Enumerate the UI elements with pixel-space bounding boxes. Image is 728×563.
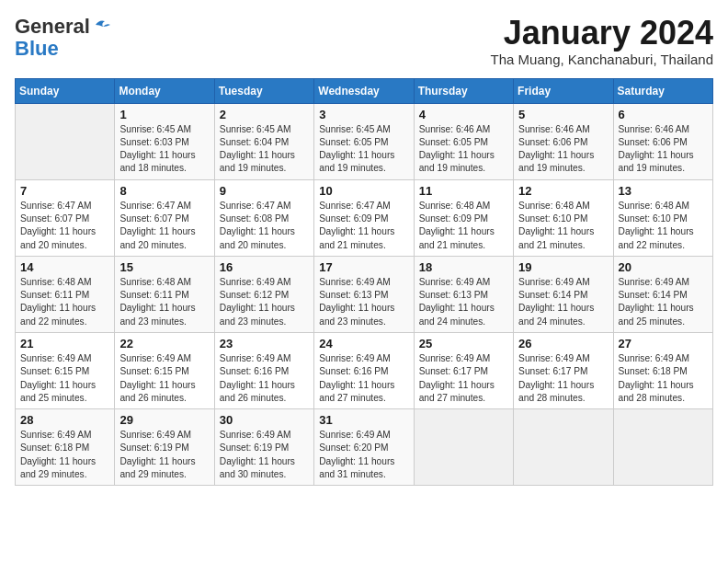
day-info: Sunrise: 6:49 AM Sunset: 6:16 PM Dayligh… bbox=[319, 352, 408, 405]
calendar-cell: 18Sunrise: 6:49 AM Sunset: 6:13 PM Dayli… bbox=[414, 256, 513, 332]
calendar-cell: 25Sunrise: 6:49 AM Sunset: 6:17 PM Dayli… bbox=[414, 332, 513, 408]
col-header-tuesday: Tuesday bbox=[214, 78, 313, 103]
calendar-cell: 23Sunrise: 6:49 AM Sunset: 6:16 PM Dayli… bbox=[214, 332, 313, 408]
calendar-cell: 3Sunrise: 6:45 AM Sunset: 6:05 PM Daylig… bbox=[314, 103, 414, 179]
calendar-cell: 27Sunrise: 6:49 AM Sunset: 6:18 PM Dayli… bbox=[613, 332, 712, 408]
day-info: Sunrise: 6:45 AM Sunset: 6:05 PM Dayligh… bbox=[319, 123, 408, 176]
week-row-3: 14Sunrise: 6:48 AM Sunset: 6:11 PM Dayli… bbox=[16, 256, 713, 332]
day-number: 15 bbox=[119, 260, 209, 274]
calendar-cell: 19Sunrise: 6:49 AM Sunset: 6:14 PM Dayli… bbox=[514, 256, 613, 332]
day-number: 6 bbox=[619, 108, 708, 121]
calendar-cell: 10Sunrise: 6:47 AM Sunset: 6:09 PM Dayli… bbox=[314, 179, 414, 256]
day-info: Sunrise: 6:48 AM Sunset: 6:09 PM Dayligh… bbox=[419, 200, 508, 252]
day-number: 4 bbox=[419, 108, 508, 121]
calendar-cell: 7Sunrise: 6:47 AM Sunset: 6:07 PM Daylig… bbox=[16, 179, 115, 256]
day-info: Sunrise: 6:47 AM Sunset: 6:07 PM Dayligh… bbox=[20, 200, 109, 252]
day-number: 18 bbox=[419, 260, 508, 274]
calendar-cell: 22Sunrise: 6:49 AM Sunset: 6:15 PM Dayli… bbox=[115, 332, 214, 408]
page-header: General Blue January 2024 Tha Muang, Kan… bbox=[15, 15, 713, 67]
day-info: Sunrise: 6:49 AM Sunset: 6:15 PM Dayligh… bbox=[119, 352, 209, 405]
calendar-cell: 20Sunrise: 6:49 AM Sunset: 6:14 PM Dayli… bbox=[613, 256, 712, 332]
calendar-cell: 9Sunrise: 6:47 AM Sunset: 6:08 PM Daylig… bbox=[214, 179, 313, 256]
calendar-cell: 8Sunrise: 6:47 AM Sunset: 6:07 PM Daylig… bbox=[115, 179, 214, 256]
day-number: 22 bbox=[119, 337, 209, 350]
day-info: Sunrise: 6:47 AM Sunset: 6:07 PM Dayligh… bbox=[119, 200, 209, 252]
day-info: Sunrise: 6:46 AM Sunset: 6:05 PM Dayligh… bbox=[419, 123, 508, 176]
calendar-cell bbox=[414, 409, 513, 486]
week-row-5: 28Sunrise: 6:49 AM Sunset: 6:18 PM Dayli… bbox=[16, 409, 713, 486]
day-number: 17 bbox=[319, 260, 408, 274]
calendar-cell: 31Sunrise: 6:49 AM Sunset: 6:20 PM Dayli… bbox=[314, 409, 414, 486]
day-number: 21 bbox=[20, 337, 109, 350]
day-info: Sunrise: 6:49 AM Sunset: 6:20 PM Dayligh… bbox=[319, 429, 408, 481]
day-info: Sunrise: 6:48 AM Sunset: 6:10 PM Dayligh… bbox=[619, 200, 708, 252]
day-info: Sunrise: 6:49 AM Sunset: 6:15 PM Dayligh… bbox=[20, 352, 109, 405]
day-info: Sunrise: 6:47 AM Sunset: 6:09 PM Dayligh… bbox=[319, 200, 408, 252]
day-number: 12 bbox=[518, 184, 608, 198]
calendar-cell: 5Sunrise: 6:46 AM Sunset: 6:06 PM Daylig… bbox=[514, 103, 613, 179]
week-row-1: 1Sunrise: 6:45 AM Sunset: 6:03 PM Daylig… bbox=[16, 103, 713, 179]
day-number: 13 bbox=[619, 184, 708, 198]
day-info: Sunrise: 6:48 AM Sunset: 6:11 PM Dayligh… bbox=[20, 276, 109, 328]
day-info: Sunrise: 6:48 AM Sunset: 6:11 PM Dayligh… bbox=[119, 276, 209, 328]
calendar-cell: 6Sunrise: 6:46 AM Sunset: 6:06 PM Daylig… bbox=[613, 103, 712, 179]
calendar-cell: 17Sunrise: 6:49 AM Sunset: 6:13 PM Dayli… bbox=[314, 256, 414, 332]
calendar-cell: 28Sunrise: 6:49 AM Sunset: 6:18 PM Dayli… bbox=[16, 409, 115, 486]
day-number: 23 bbox=[220, 337, 309, 350]
day-number: 3 bbox=[319, 108, 408, 121]
day-number: 16 bbox=[220, 260, 309, 274]
day-number: 1 bbox=[119, 108, 209, 121]
day-info: Sunrise: 6:46 AM Sunset: 6:06 PM Dayligh… bbox=[619, 123, 708, 176]
day-info: Sunrise: 6:49 AM Sunset: 6:19 PM Dayligh… bbox=[119, 429, 209, 481]
calendar-cell: 15Sunrise: 6:48 AM Sunset: 6:11 PM Dayli… bbox=[115, 256, 214, 332]
col-header-saturday: Saturday bbox=[613, 78, 712, 103]
logo-blue: Blue bbox=[15, 37, 59, 61]
header-row: SundayMondayTuesdayWednesdayThursdayFrid… bbox=[16, 78, 713, 103]
day-number: 24 bbox=[319, 337, 408, 350]
day-number: 28 bbox=[20, 413, 109, 427]
logo: General Blue bbox=[15, 15, 112, 61]
logo-general: General bbox=[15, 15, 90, 39]
col-header-wednesday: Wednesday bbox=[314, 78, 414, 103]
calendar-cell: 30Sunrise: 6:49 AM Sunset: 6:19 PM Dayli… bbox=[214, 409, 313, 486]
day-info: Sunrise: 6:49 AM Sunset: 6:19 PM Dayligh… bbox=[220, 429, 309, 481]
calendar-cell: 13Sunrise: 6:48 AM Sunset: 6:10 PM Dayli… bbox=[613, 179, 712, 256]
day-info: Sunrise: 6:49 AM Sunset: 6:17 PM Dayligh… bbox=[419, 352, 508, 405]
day-number: 29 bbox=[119, 413, 209, 427]
day-number: 11 bbox=[419, 184, 508, 198]
day-info: Sunrise: 6:48 AM Sunset: 6:10 PM Dayligh… bbox=[518, 200, 608, 252]
day-info: Sunrise: 6:45 AM Sunset: 6:03 PM Dayligh… bbox=[119, 123, 209, 176]
week-row-2: 7Sunrise: 6:47 AM Sunset: 6:07 PM Daylig… bbox=[16, 179, 713, 256]
calendar-cell: 21Sunrise: 6:49 AM Sunset: 6:15 PM Dayli… bbox=[16, 332, 115, 408]
calendar-cell: 2Sunrise: 6:45 AM Sunset: 6:04 PM Daylig… bbox=[214, 103, 313, 179]
calendar-cell: 4Sunrise: 6:46 AM Sunset: 6:05 PM Daylig… bbox=[414, 103, 513, 179]
calendar-cell: 16Sunrise: 6:49 AM Sunset: 6:12 PM Dayli… bbox=[214, 256, 313, 332]
day-info: Sunrise: 6:49 AM Sunset: 6:18 PM Dayligh… bbox=[20, 429, 109, 481]
month-title: January 2024 bbox=[491, 15, 713, 52]
calendar-cell: 12Sunrise: 6:48 AM Sunset: 6:10 PM Dayli… bbox=[514, 179, 613, 256]
day-info: Sunrise: 6:49 AM Sunset: 6:14 PM Dayligh… bbox=[619, 276, 708, 328]
calendar-cell: 11Sunrise: 6:48 AM Sunset: 6:09 PM Dayli… bbox=[414, 179, 513, 256]
day-number: 19 bbox=[518, 260, 608, 274]
day-info: Sunrise: 6:49 AM Sunset: 6:17 PM Dayligh… bbox=[518, 352, 608, 405]
day-info: Sunrise: 6:49 AM Sunset: 6:14 PM Dayligh… bbox=[518, 276, 608, 328]
calendar-cell: 26Sunrise: 6:49 AM Sunset: 6:17 PM Dayli… bbox=[514, 332, 613, 408]
col-header-thursday: Thursday bbox=[414, 78, 513, 103]
day-number: 14 bbox=[20, 260, 109, 274]
calendar-cell: 1Sunrise: 6:45 AM Sunset: 6:03 PM Daylig… bbox=[115, 103, 214, 179]
day-number: 31 bbox=[319, 413, 408, 427]
day-number: 30 bbox=[220, 413, 309, 427]
location-title: Tha Muang, Kanchanaburi, Thailand bbox=[491, 52, 713, 67]
calendar-cell: 14Sunrise: 6:48 AM Sunset: 6:11 PM Dayli… bbox=[16, 256, 115, 332]
day-info: Sunrise: 6:46 AM Sunset: 6:06 PM Dayligh… bbox=[518, 123, 608, 176]
col-header-sunday: Sunday bbox=[16, 78, 115, 103]
week-row-4: 21Sunrise: 6:49 AM Sunset: 6:15 PM Dayli… bbox=[16, 332, 713, 408]
day-number: 8 bbox=[119, 184, 209, 198]
day-info: Sunrise: 6:49 AM Sunset: 6:13 PM Dayligh… bbox=[419, 276, 508, 328]
day-number: 10 bbox=[319, 184, 408, 198]
calendar-cell: 24Sunrise: 6:49 AM Sunset: 6:16 PM Dayli… bbox=[314, 332, 414, 408]
title-block: January 2024 Tha Muang, Kanchanaburi, Th… bbox=[491, 15, 713, 67]
calendar-table: SundayMondayTuesdayWednesdayThursdayFrid… bbox=[15, 78, 713, 487]
day-info: Sunrise: 6:49 AM Sunset: 6:18 PM Dayligh… bbox=[619, 352, 708, 405]
col-header-monday: Monday bbox=[115, 78, 214, 103]
